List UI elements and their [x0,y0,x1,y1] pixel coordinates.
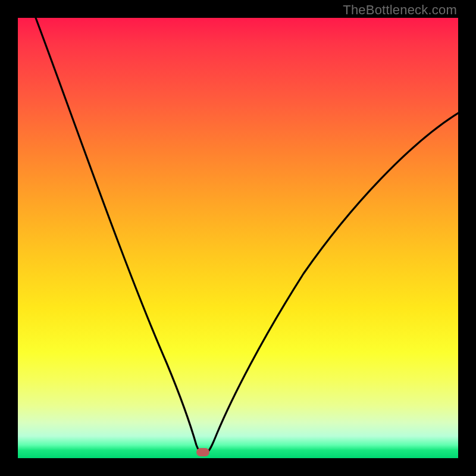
chart-frame: TheBottleneck.com [0,0,476,476]
curve-layer [18,18,458,458]
bottleneck-curve [36,18,458,452]
watermark-text: TheBottleneck.com [343,2,457,18]
plot-area [18,18,458,458]
minimum-marker [196,448,209,456]
